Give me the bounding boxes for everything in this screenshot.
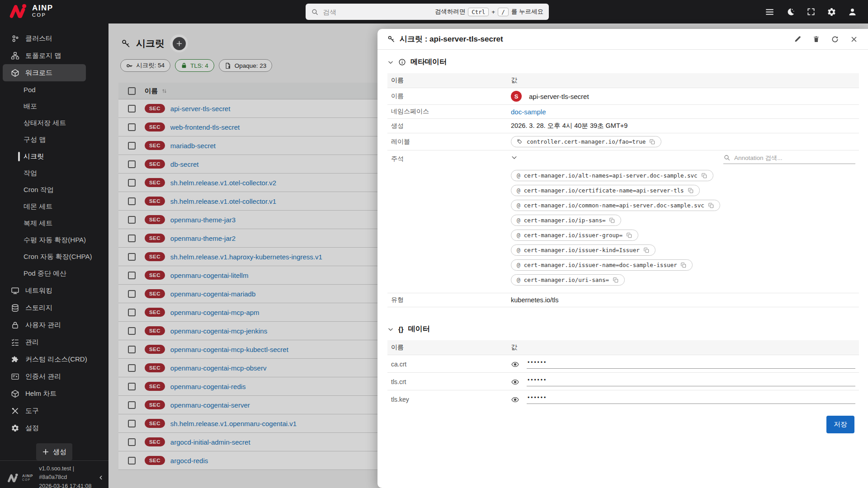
annotation-search-input[interactable] <box>734 155 855 161</box>
close-icon[interactable] <box>850 35 858 43</box>
copy-icon[interactable] <box>613 277 619 283</box>
create-button[interactable]: 생성 <box>36 443 72 460</box>
at-icon: @ <box>517 277 520 283</box>
dark-mode-icon[interactable] <box>786 7 795 17</box>
topology-map-icon <box>11 52 19 60</box>
secret-value-field[interactable]: •••••• <box>527 360 855 369</box>
sidebar-item-tools[interactable]: 도구 <box>0 402 108 419</box>
checklist-icon <box>11 338 19 347</box>
sidebar-item-workload[interactable]: 워크로드 <box>3 64 86 81</box>
brand-title: AINP <box>32 4 53 13</box>
annotation-chip: @ cert-manager.io/common-name=api-server… <box>511 200 720 211</box>
reveal-eye-icon[interactable] <box>511 395 519 404</box>
sidebar-item-topology-map[interactable]: 토폴로지 맵 <box>0 47 108 64</box>
metadata-row-type: 유형 kubernetes.io/tls <box>387 293 859 307</box>
search-shortcut-hint: 검색하려면 Ctrl + / 를 누르세요 <box>435 8 543 16</box>
collapse-sidebar-icon[interactable] <box>98 474 104 481</box>
reveal-eye-icon[interactable] <box>511 360 519 369</box>
sidebar-item-statefulset[interactable]: 상태저장 세트 <box>0 115 108 131</box>
annotation-list: @ cert-manager.io/alt-names=api-server.d… <box>511 170 855 286</box>
copy-icon[interactable] <box>701 173 708 179</box>
certificate-icon <box>11 372 19 381</box>
sidebar-item-deployment[interactable]: 배포 <box>0 98 108 115</box>
delete-icon[interactable] <box>812 35 820 43</box>
data-row: tls.key •••••• <box>387 390 859 408</box>
sidebar-item-label: 워크로드 <box>25 69 52 77</box>
at-icon: @ <box>517 202 520 209</box>
global-search[interactable]: 검색하려면 Ctrl + / 를 누르세요 <box>306 4 549 20</box>
secret-value-field[interactable]: •••••• <box>527 395 855 404</box>
data-table: 이름 값 ca.crt •••••• <box>387 340 859 408</box>
at-icon: @ <box>517 172 520 179</box>
sidebar-item-pdb[interactable]: Pod 중단 예산 <box>0 265 108 282</box>
sidebar-item-user-management[interactable]: 사용자 관리 <box>0 316 108 333</box>
data-row: ca.crt •••••• <box>387 355 859 373</box>
annotation-chip: @ cert-manager.io/uri-sans= <box>511 274 625 286</box>
secret-value-field[interactable]: •••••• <box>527 377 855 386</box>
sidebar-item-label: 네트워킹 <box>25 286 52 295</box>
copy-icon[interactable] <box>626 232 632 239</box>
sidebar-footer: AINP COP v1.0.soo.test | #8a0a78cd 2026-… <box>0 460 108 488</box>
namespace-link[interactable]: doc-sample <box>511 108 546 116</box>
sidebar-item-certificate-management[interactable]: 인증서 관리 <box>0 368 108 385</box>
sidebar-item-daemonset[interactable]: 데몬 세트 <box>0 198 108 215</box>
sidebar-item-chpa[interactable]: Cron 자동 확장(CHPA) <box>0 249 108 265</box>
sidebar-item-hpa[interactable]: 수평 자동 확장(HPA) <box>0 232 108 249</box>
sidebar-item-configmap[interactable]: 구성 맵 <box>0 131 108 148</box>
sidebar-item-helm-charts[interactable]: Helm 차트 <box>0 385 108 402</box>
secret-type-value: kubernetes.io/tls <box>507 293 859 307</box>
menu-icon[interactable] <box>765 7 774 17</box>
copy-icon[interactable] <box>688 188 694 194</box>
copy-icon[interactable] <box>680 262 687 268</box>
metadata-table: 이름 값 이름 S api-server-tls-secret 네임스페이스 d… <box>387 73 859 307</box>
sidebar-item-label: 토폴로지 맵 <box>25 52 61 60</box>
annotation-chip: @ cert-manager.io/alt-names=api-server.d… <box>511 170 713 181</box>
hint-suffix: 를 누르세요 <box>511 8 543 16</box>
refresh-icon[interactable] <box>831 35 839 43</box>
edit-icon[interactable] <box>794 35 802 43</box>
settings-icon[interactable] <box>827 7 836 17</box>
sidebar-item-cronjob[interactable]: Cron 작업 <box>0 182 108 198</box>
sidebar-item-cluster[interactable]: 클러스터 <box>0 30 108 47</box>
sidebar-item-administration[interactable]: 관리 <box>0 333 108 351</box>
copy-icon[interactable] <box>649 139 656 145</box>
data-section-header[interactable]: {} 데이터 <box>387 324 859 334</box>
tools-icon <box>11 407 19 415</box>
account-icon[interactable] <box>848 7 857 17</box>
search-input[interactable] <box>323 8 431 16</box>
copy-icon[interactable] <box>609 217 615 224</box>
annotation-search[interactable] <box>723 154 855 164</box>
panel-title: 시크릿 : api-server-tls-secret <box>400 34 503 44</box>
sidebar-item-settings[interactable]: 설정 <box>0 419 108 436</box>
cube-icon <box>11 389 19 398</box>
sidebar-item-label: 사용자 관리 <box>25 321 61 329</box>
sidebar-item-storage[interactable]: 스토리지 <box>0 299 108 316</box>
brand-logo-icon <box>7 473 19 483</box>
annotation-chip: @ cert-manager.io/ip-sans= <box>511 215 621 226</box>
sidebar-item-pod[interactable]: Pod <box>0 81 108 98</box>
app-logo: AINP COP <box>9 3 53 19</box>
sidebar-item-label: 설정 <box>25 424 39 432</box>
sidebar-item-label: 인증서 관리 <box>25 372 61 381</box>
sidebar-item-networking[interactable]: 네트워킹 <box>0 282 108 299</box>
copy-icon[interactable] <box>643 247 650 253</box>
sidebar-item-secret[interactable]: 시크릿 <box>0 148 108 165</box>
sidebar-item-label: 도구 <box>25 407 39 415</box>
fullscreen-icon[interactable] <box>807 7 816 16</box>
metadata-row-created: 생성 2026. 3. 28. 오후 4시 40분 39초 GMT+9 <box>387 119 859 133</box>
plus-icon <box>42 448 49 455</box>
sidebar-item-label: 클러스터 <box>25 34 52 43</box>
data-row: tls.crt •••••• <box>387 373 859 390</box>
reveal-eye-icon[interactable] <box>511 378 519 386</box>
metadata-section-header[interactable]: 메타데이터 <box>387 57 859 67</box>
copy-icon[interactable] <box>708 202 714 209</box>
sidebar-item-replicaset[interactable]: 복제 세트 <box>0 215 108 232</box>
label-chip: controller.cert-manager.io/fao=true <box>511 136 661 147</box>
annotation-chip: @ cert-manager.io/certificate-name=api-s… <box>511 185 700 196</box>
sidebar-item-job[interactable]: 작업 <box>0 165 108 182</box>
at-icon: @ <box>517 217 520 224</box>
save-button[interactable]: 저장 <box>826 416 854 433</box>
sidebar-item-crd[interactable]: 커스텀 리소스(CRD) <box>0 351 108 368</box>
chevron-down-icon <box>387 326 394 333</box>
chevron-down-icon[interactable] <box>511 154 518 161</box>
